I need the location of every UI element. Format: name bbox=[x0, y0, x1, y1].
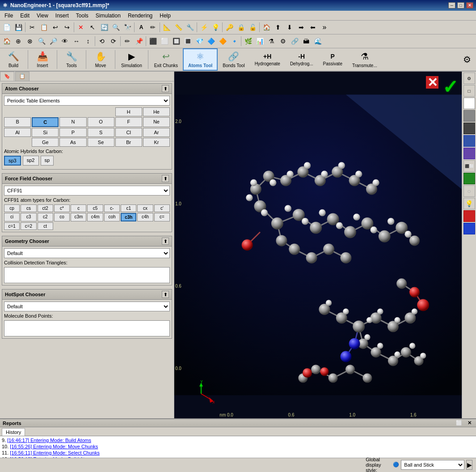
hybrid-sp[interactable]: sp bbox=[41, 156, 54, 166]
ff-cx[interactable]: cx bbox=[137, 204, 153, 212]
ff-c5[interactable]: c5 bbox=[87, 204, 103, 212]
pencil-button[interactable]: ✏ bbox=[147, 21, 159, 33]
geometry-chooser-collapse[interactable]: ⬆ bbox=[162, 238, 169, 245]
elem-C[interactable]: C bbox=[32, 117, 59, 127]
cube-top-button[interactable]: 🔲 bbox=[170, 35, 182, 47]
elem-O[interactable]: O bbox=[88, 117, 114, 127]
hybrid-sp3[interactable]: sp3 bbox=[4, 156, 21, 166]
elem-Ar[interactable]: Ar bbox=[143, 128, 170, 137]
ff-ceq[interactable]: c= bbox=[154, 213, 170, 221]
rs-bulb-btn[interactable]: 💡 bbox=[463, 198, 475, 209]
elem-P[interactable]: P bbox=[59, 128, 86, 137]
cube-iso-button[interactable]: 🔶 bbox=[217, 35, 228, 47]
cube-left-button[interactable]: 💎 bbox=[194, 35, 205, 47]
save-button[interactable]: 💾 bbox=[13, 21, 24, 33]
build-mode-button[interactable]: 🔨 Build bbox=[0, 48, 27, 71]
ff-c[interactable]: c bbox=[71, 204, 86, 212]
zoom-in-button[interactable]: 🔍 bbox=[110, 21, 122, 33]
report-text-11[interactable]: [16:56:11] Entering Mode: Select Chunks bbox=[10, 450, 100, 455]
left-button[interactable]: ⬅ bbox=[307, 21, 319, 33]
cube-right-button[interactable]: 🔷 bbox=[205, 35, 217, 47]
checkmark-overlay[interactable]: ✓ bbox=[442, 76, 458, 98]
ff-coh[interactable]: coh bbox=[104, 213, 120, 221]
hotspot-chooser-collapse[interactable]: ⬆ bbox=[162, 291, 169, 298]
elem-B[interactable]: B bbox=[4, 117, 31, 127]
more-button[interactable]: » bbox=[319, 21, 330, 33]
rs-blue2-btn[interactable] bbox=[463, 223, 475, 234]
remove-button[interactable]: ⊗ bbox=[24, 35, 36, 47]
ff-c3m[interactable]: c3m bbox=[71, 213, 86, 221]
elem-F[interactable]: F bbox=[115, 117, 142, 127]
rs-gray-btn[interactable] bbox=[463, 110, 475, 122]
wave-button[interactable]: 🌊 bbox=[312, 35, 324, 47]
settings-right-button[interactable]: ⚙ bbox=[458, 48, 476, 71]
report-text-9[interactable]: [16:46:17] Entering Mode: Build Atoms bbox=[7, 438, 91, 443]
menu-item-view[interactable]: View bbox=[33, 12, 52, 20]
maximize-button[interactable]: □ bbox=[457, 2, 464, 9]
atom-chooser-collapse[interactable]: ⬆ bbox=[162, 85, 169, 92]
add-button[interactable]: ⊕ bbox=[13, 35, 24, 47]
up-button[interactable]: ⬆ bbox=[272, 21, 284, 33]
passivate-button[interactable]: P Passivate bbox=[318, 48, 347, 71]
cube-bottom-button[interactable]: 🔳 bbox=[182, 35, 194, 47]
rotate-button[interactable]: 🔄 bbox=[98, 21, 110, 33]
menu-item-simulation[interactable]: Simulation bbox=[92, 12, 124, 20]
panel-tab-1[interactable]: 🔖 bbox=[0, 72, 14, 81]
tools-mode-button[interactable]: 🔧 Tools bbox=[58, 48, 85, 71]
copy-button[interactable]: 📋 bbox=[38, 21, 50, 33]
minimize-button[interactable]: ─ bbox=[448, 2, 455, 9]
ff-ct[interactable]: ct bbox=[38, 222, 53, 230]
rs-select-btn[interactable]: □ bbox=[463, 85, 475, 97]
elem-Kr[interactable]: Kr bbox=[143, 138, 170, 147]
ff-c4h[interactable]: c4h bbox=[137, 213, 153, 221]
down-button[interactable]: ⬇ bbox=[284, 21, 295, 33]
hydrogenate-button[interactable]: +H Hydrogenate bbox=[250, 48, 285, 71]
history-tab[interactable]: History bbox=[2, 428, 25, 436]
move-h-button[interactable]: ↔ bbox=[71, 35, 82, 47]
elem-H[interactable]: H bbox=[115, 107, 142, 116]
menu-item-file[interactable]: File bbox=[1, 12, 17, 20]
transmute-button[interactable]: ⚗ Transmute... bbox=[347, 48, 382, 71]
elem-Ge[interactable]: Ge bbox=[32, 138, 59, 147]
geometry-dropdown[interactable]: Default bbox=[4, 248, 170, 258]
menu-item-edit[interactable]: Edit bbox=[17, 12, 33, 20]
plant-button[interactable]: 🌿 bbox=[242, 35, 254, 47]
ff-c1[interactable]: c1 bbox=[121, 204, 136, 212]
ruler-button[interactable]: 📏 bbox=[173, 21, 184, 33]
report-text-10[interactable]: [16:55:26] Entering Mode: Move Chunks bbox=[10, 444, 98, 449]
periodic-table-dropdown[interactable]: Periodic Table Elements bbox=[4, 96, 170, 106]
pin-button[interactable]: 📌 bbox=[133, 35, 145, 47]
reports-close-btn[interactable]: ✕ bbox=[466, 420, 473, 426]
ff-c4m[interactable]: c4m bbox=[87, 213, 103, 221]
atom-chooser-header[interactable]: Atom Chooser ⬆ bbox=[2, 83, 172, 94]
key-button[interactable]: 🔑 bbox=[223, 21, 235, 33]
elem-Cl[interactable]: Cl bbox=[115, 128, 142, 137]
view-button[interactable]: 👁 bbox=[59, 35, 71, 47]
force-field-header[interactable]: Force Field Chooser ⬆ bbox=[2, 173, 172, 184]
x-overlay[interactable]: ✕ bbox=[426, 76, 438, 89]
atoms-tool-button[interactable]: ⚛ Atoms Tool bbox=[183, 48, 218, 71]
home2-button[interactable]: 🏠 bbox=[1, 35, 13, 47]
ff-cp[interactable]: cp bbox=[4, 204, 20, 212]
report-text-12[interactable]: [16:56:12] Entering Mode: Build Atoms bbox=[10, 456, 94, 458]
redo-button[interactable]: ↪ bbox=[61, 21, 73, 33]
insert-mode-button[interactable]: 📥 Insert bbox=[29, 48, 56, 71]
measure-button[interactable]: 📐 bbox=[161, 21, 173, 33]
gear2-button[interactable]: ⚙ bbox=[277, 35, 289, 47]
rotate3-button[interactable]: ⟳ bbox=[108, 35, 119, 47]
chart-button[interactable]: 📊 bbox=[254, 35, 265, 47]
menu-item-rendering[interactable]: Rendering bbox=[124, 12, 156, 20]
ff-ceq2[interactable]: c=2 bbox=[21, 222, 36, 230]
ff-co[interactable]: co bbox=[54, 213, 70, 221]
reports-restore-btn[interactable]: ⬜ bbox=[454, 420, 464, 426]
unlock-button[interactable]: 🔓 bbox=[247, 21, 258, 33]
viewport[interactable]: Y X 2.0 1.0 0.6 0.0 nm 0.0 0.6 1.0 1.6 ✓… bbox=[174, 72, 462, 418]
hotspot-dropdown[interactable]: Default bbox=[4, 302, 170, 311]
ff-cprime[interactable]: c' bbox=[154, 204, 170, 212]
draw-button[interactable]: ✏ bbox=[122, 35, 133, 47]
rs-green-btn[interactable] bbox=[463, 173, 475, 184]
display-style-dropdown[interactable]: Ball and Stick Tubes CPK Lines bbox=[401, 460, 464, 470]
bulb-button[interactable]: 💡 bbox=[210, 21, 221, 33]
elem-Si[interactable]: Si bbox=[32, 128, 59, 137]
atom-button[interactable]: A bbox=[135, 21, 147, 33]
